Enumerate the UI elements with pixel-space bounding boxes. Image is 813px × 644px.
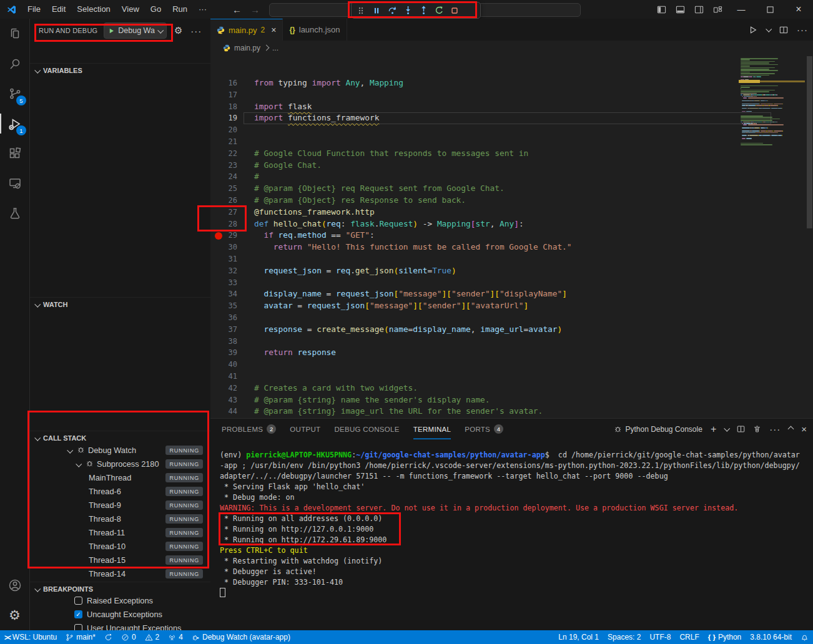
code-line[interactable]: 44# @param {string} image_url the URL fo… — [210, 406, 813, 417]
code-line[interactable]: 17 — [210, 89, 813, 101]
code-line[interactable]: 23# Google Chat. — [210, 160, 813, 172]
code-line[interactable]: 36 — [210, 312, 813, 324]
editor-more-icon[interactable]: ··· — [797, 24, 808, 35]
kill-terminal-trash-icon[interactable] — [753, 425, 761, 433]
maximize-button[interactable] — [756, 0, 784, 19]
status-spaces-2[interactable]: Spaces: 2 — [603, 630, 645, 644]
line-number[interactable]: 33 — [212, 277, 237, 289]
debug-settings-gear-icon[interactable]: ⚙ — [174, 25, 182, 36]
breakpoint-item[interactable]: User Uncaught Exceptions — [30, 622, 210, 630]
menu-view[interactable]: View — [116, 4, 145, 14]
remote-explorer-icon[interactable] — [0, 168, 29, 198]
code-editor[interactable]: 16from typing import Any, Mapping1718imp… — [210, 55, 813, 418]
minimap[interactable] — [739, 56, 805, 417]
line-number[interactable]: 35 — [212, 300, 237, 312]
call-stack-item[interactable]: Thread-11RUNNING — [30, 526, 210, 540]
code-line[interactable]: 31 — [210, 253, 813, 265]
chevron-down-icon[interactable] — [76, 461, 82, 467]
menu-more-icon[interactable]: ··· — [193, 4, 212, 14]
status-0[interactable]: 0 — [117, 630, 140, 644]
pause-icon[interactable] — [371, 5, 382, 16]
settings-gear-icon[interactable]: ⚙ — [0, 600, 29, 630]
code-line[interactable]: 19import functions_framework — [210, 112, 813, 124]
terminal-dropdown-icon[interactable] — [724, 426, 730, 432]
customize-layout-icon[interactable] — [708, 0, 727, 19]
panel-more-icon[interactable]: ··· — [769, 424, 781, 434]
step-out-icon[interactable] — [418, 5, 429, 16]
step-over-icon[interactable] — [387, 5, 398, 16]
run-dropdown-chevron-icon[interactable] — [766, 26, 772, 32]
tab-main-py[interactable]: main.py 2 × — [210, 19, 283, 41]
chevron-down-icon[interactable] — [67, 447, 73, 454]
close-window-button[interactable]: × — [784, 0, 813, 19]
code-line[interactable]: 28def hello_chat(req: flask.Request) -> … — [210, 218, 813, 230]
step-into-icon[interactable] — [402, 5, 413, 16]
editor-scrollbar[interactable] — [807, 56, 812, 228]
panel-tab-problems[interactable]: PROBLEMS2 — [222, 419, 276, 439]
status-4[interactable]: 4 — [164, 630, 187, 644]
code-line[interactable]: 39 return response — [210, 347, 813, 359]
breakpoint-checkbox[interactable] — [74, 624, 82, 631]
split-editor-icon[interactable] — [779, 26, 788, 34]
line-number[interactable]: 39 — [212, 347, 237, 359]
code-line[interactable]: 42# Creates a card with two widgets. — [210, 383, 813, 394]
status-utf-8[interactable]: UTF-8 — [645, 630, 675, 644]
run-and-debug-icon[interactable]: 1 — [0, 109, 29, 139]
toggle-secondary-sidebar-icon[interactable] — [689, 0, 708, 19]
line-number[interactable]: 26 — [212, 195, 237, 207]
line-number[interactable]: 24 — [212, 171, 237, 183]
code-line[interactable]: 26# @param {Object} res Response to send… — [210, 195, 813, 207]
tab-launch-json[interactable]: {} launch.json — [283, 19, 347, 41]
call-stack-item[interactable]: Thread-6RUNNING — [30, 485, 210, 499]
line-number[interactable]: 22 — [212, 148, 237, 160]
call-stack-item[interactable]: Debug WatchRUNNING — [30, 444, 210, 457]
line-number[interactable]: 34 — [212, 288, 237, 300]
split-terminal-icon[interactable] — [737, 425, 745, 433]
watch-section-header[interactable]: WATCH — [30, 297, 210, 311]
breakpoint-checkbox[interactable] — [74, 597, 82, 605]
code-line[interactable]: 20 — [210, 124, 813, 136]
line-number[interactable]: 19 — [212, 112, 237, 124]
breakpoint-dot[interactable] — [215, 232, 222, 240]
testing-icon[interactable] — [0, 198, 29, 228]
new-terminal-icon[interactable]: + — [711, 424, 716, 435]
status-3-8-10-64-bit[interactable]: 3.8.10 64-bit — [746, 630, 796, 644]
code-line[interactable]: 40 — [210, 359, 813, 371]
menu-selection[interactable]: Selection — [71, 4, 116, 14]
status-crlf[interactable]: CRLF — [675, 630, 703, 644]
explorer-icon[interactable] — [0, 19, 29, 49]
menu-edit[interactable]: Edit — [46, 4, 71, 14]
variables-section-header[interactable]: VARIABLES — [30, 63, 210, 77]
line-number[interactable]: 28 — [212, 218, 237, 230]
line-number[interactable]: 18 — [212, 101, 237, 113]
toggle-sidebar-icon[interactable] — [652, 0, 671, 19]
code-line[interactable]: 38 — [210, 336, 813, 348]
breakpoint-item[interactable]: ✓Uncaught Exceptions — [30, 608, 210, 622]
line-number[interactable]: 37 — [212, 324, 237, 336]
maximize-panel-icon[interactable] — [788, 426, 794, 432]
line-number[interactable]: 23 — [212, 160, 237, 172]
line-number[interactable]: 38 — [212, 336, 237, 348]
accounts-icon[interactable] — [0, 570, 29, 600]
line-number[interactable]: 44 — [212, 406, 237, 417]
extensions-icon[interactable] — [0, 139, 29, 168]
call-stack-item[interactable]: Subprocess 2180RUNNING — [30, 457, 210, 471]
call-stack-item[interactable]: Thread-10RUNNING — [30, 540, 210, 554]
panel-tab-ports[interactable]: PORTS4 — [465, 419, 503, 439]
code-line[interactable]: 16from typing import Any, Mapping — [210, 77, 813, 89]
minimize-button[interactable]: — — [727, 0, 756, 19]
line-number[interactable]: 21 — [212, 136, 237, 148]
line-number[interactable]: 27 — [212, 207, 237, 218]
status-debug-watch-avatar-app-[interactable]: Debug Watch (avatar-app) — [187, 630, 295, 644]
code-line[interactable]: 30 return "Hello! This function must be … — [210, 242, 813, 253]
code-line[interactable]: 41 — [210, 371, 813, 383]
close-icon[interactable]: × — [271, 25, 276, 35]
gripper-icon[interactable] — [355, 5, 367, 16]
stop-icon[interactable] — [449, 5, 460, 16]
line-number[interactable]: 30 — [212, 242, 237, 253]
close-panel-icon[interactable]: × — [801, 424, 807, 434]
status-sync[interactable] — [100, 630, 117, 644]
search-icon[interactable] — [0, 49, 29, 79]
code-line[interactable]: 29 if req.method == "GET": — [210, 230, 813, 242]
code-line[interactable]: 35 avatar = request_json["message"]["sen… — [210, 300, 813, 312]
